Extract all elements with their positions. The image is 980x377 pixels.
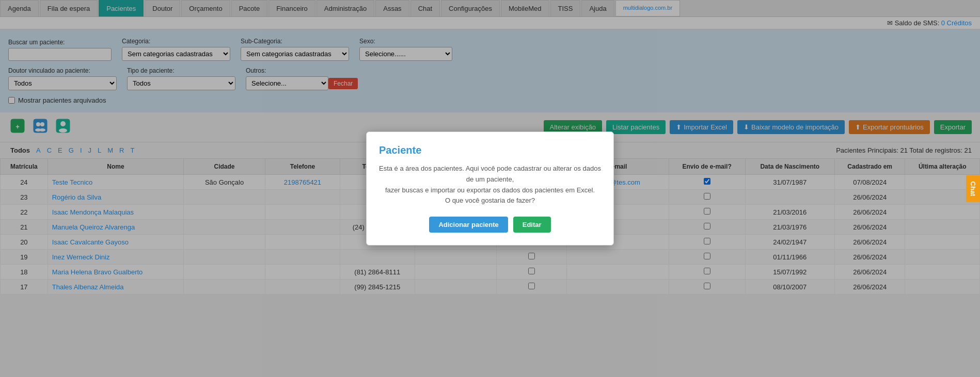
popup-text: Esta é a área dos pacientes. Aqui você p… (379, 163, 601, 206)
editar-button[interactable]: Editar (513, 217, 551, 233)
adicionar-paciente-button[interactable]: Adicionar paciente (429, 217, 508, 233)
popup-title: Paciente (379, 144, 601, 156)
popup-overlay: Paciente Esta é a área dos pacientes. Aq… (0, 0, 980, 294)
popup: Paciente Esta é a área dos pacientes. Aq… (366, 132, 614, 245)
chat-side-tab[interactable]: Chat (966, 175, 980, 202)
popup-buttons: Adicionar paciente Editar (379, 217, 601, 233)
